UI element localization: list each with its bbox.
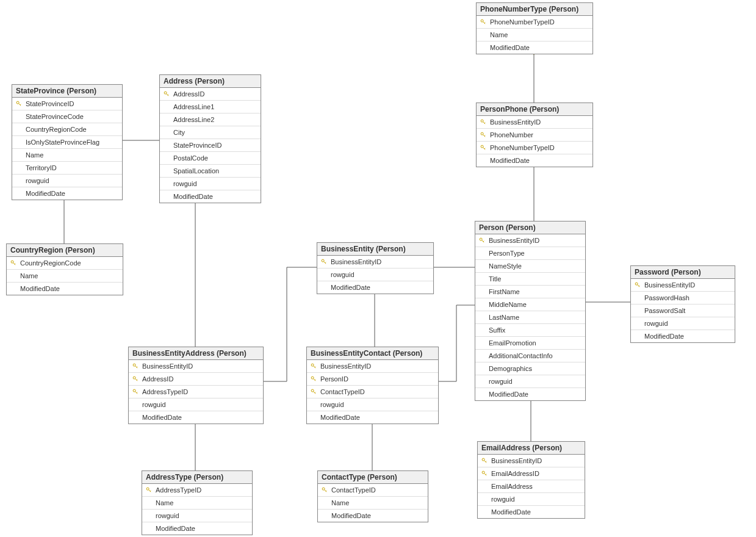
column-row[interactable]: ModifiedDate (317, 281, 433, 294)
column-row[interactable]: ModifiedDate (475, 388, 585, 400)
entity-title: EmailAddress (Person) (478, 442, 585, 455)
svg-line-103 (137, 380, 137, 380)
entity-contacttype[interactable]: ContactType (Person)ContactTypeIDNameMod… (317, 470, 428, 522)
column-row[interactable]: ModifiedDate (160, 190, 261, 203)
column-row[interactable]: BusinessEntityID (475, 234, 585, 247)
entity-countryregion[interactable]: CountryRegion (Person)CountryRegionCodeN… (6, 243, 123, 295)
entity-person[interactable]: Person (Person)BusinessEntityIDPersonTyp… (475, 221, 586, 401)
column-row[interactable]: PersonID (307, 373, 438, 386)
column-row[interactable]: ModifiedDate (12, 187, 122, 200)
entity-emailaddress[interactable]: EmailAddress (Person)BusinessEntityIDEma… (477, 441, 585, 519)
column-row[interactable]: City (160, 126, 261, 139)
column-name: AddressTypeID (153, 486, 201, 494)
column-row[interactable]: IsOnlyStateProvinceFlag (12, 136, 122, 149)
column-row[interactable]: rowguid (478, 493, 585, 506)
entity-stateprovince[interactable]: StateProvince (Person)StateProvinceIDSta… (12, 84, 123, 200)
column-row[interactable]: rowguid (129, 398, 263, 411)
column-name: TerritoryID (23, 164, 57, 171)
relationship-line (437, 305, 475, 381)
column-row[interactable]: Name (142, 497, 252, 510)
column-name: rowguid (171, 180, 197, 187)
column-row[interactable]: ContactTypeID (307, 386, 438, 398)
column-row[interactable]: CountryRegionCode (12, 123, 122, 136)
entity-businessentitycontact[interactable]: BusinessEntityContact (Person)BusinessEn… (306, 347, 439, 424)
column-row[interactable]: ModifiedDate (142, 522, 252, 535)
column-name: NameStyle (486, 262, 522, 270)
primary-key-icon (9, 260, 18, 266)
column-row[interactable]: BusinessEntityID (129, 360, 263, 373)
column-row[interactable]: LastName (475, 311, 585, 324)
column-name: ModifiedDate (23, 190, 65, 197)
column-row[interactable]: EmailAddress (478, 480, 585, 493)
column-name: BusinessEntityID (489, 457, 542, 464)
column-row[interactable]: ModifiedDate (307, 411, 438, 423)
column-row[interactable]: Name (7, 270, 123, 283)
column-row[interactable]: PasswordHash (631, 292, 735, 305)
column-name: AddressLine1 (171, 103, 214, 110)
column-row[interactable]: rowguid (142, 510, 252, 522)
column-row[interactable]: TerritoryID (12, 162, 122, 175)
column-row[interactable]: rowguid (160, 178, 261, 190)
column-row[interactable]: rowguid (475, 375, 585, 388)
column-row[interactable]: NameStyle (475, 260, 585, 273)
column-row[interactable]: PostalCode (160, 152, 261, 165)
column-name: rowguid (153, 512, 179, 519)
column-row[interactable]: rowguid (317, 268, 433, 281)
entity-addresstype[interactable]: AddressType (Person)AddressTypeIDNamerow… (142, 470, 253, 535)
column-row[interactable]: Name (477, 29, 592, 41)
column-row[interactable]: PasswordSalt (631, 305, 735, 317)
entity-businessentity[interactable]: BusinessEntity (Person)BusinessEntityIDr… (317, 242, 434, 294)
column-name: ModifiedDate (328, 284, 370, 291)
column-row[interactable]: rowguid (12, 175, 122, 187)
column-row[interactable]: StateProvinceID (160, 139, 261, 152)
column-row[interactable]: AddressID (160, 88, 261, 101)
column-row[interactable]: PhoneNumberTypeID (477, 16, 592, 29)
column-row[interactable]: ModifiedDate (631, 330, 735, 342)
column-row[interactable]: EmailPromotion (475, 337, 585, 350)
column-row[interactable]: ModifiedDate (7, 283, 123, 295)
entity-address[interactable]: Address (Person)AddressIDAddressLine1Add… (159, 74, 261, 203)
column-name: PersonID (318, 375, 348, 383)
primary-key-icon (479, 119, 488, 125)
column-row[interactable]: AddressTypeID (142, 484, 252, 497)
column-row[interactable]: SpatialLocation (160, 165, 261, 178)
column-row[interactable]: ModifiedDate (478, 506, 585, 518)
column-row[interactable]: BusinessEntityID (631, 279, 735, 292)
column-row[interactable]: BusinessEntityID (477, 116, 592, 129)
entity-businessentityaddress[interactable]: BusinessEntityAddress (Person)BusinessEn… (128, 347, 264, 424)
column-row[interactable]: ModifiedDate (477, 41, 592, 54)
column-row[interactable]: AddressID (129, 373, 263, 386)
column-row[interactable]: BusinessEntityID (478, 455, 585, 467)
primary-key-icon (145, 487, 153, 493)
column-row[interactable]: ModifiedDate (129, 411, 263, 423)
entity-phonenumbertype[interactable]: PhoneNumberType (Person)PhoneNumberTypeI… (476, 2, 593, 54)
column-row[interactable]: StateProvinceID (12, 98, 122, 110)
column-row[interactable]: PhoneNumber (477, 129, 592, 142)
column-row[interactable]: PhoneNumberTypeID (477, 142, 592, 154)
column-row[interactable]: rowguid (307, 398, 438, 411)
column-row[interactable]: StateProvinceCode (12, 110, 122, 123)
column-row[interactable]: ModifiedDate (318, 510, 428, 522)
column-row[interactable]: AddressLine2 (160, 114, 261, 126)
column-row[interactable]: EmailAddressID (478, 467, 585, 480)
column-row[interactable]: FirstName (475, 286, 585, 298)
column-row[interactable]: BusinessEntityID (307, 360, 438, 373)
column-row[interactable]: ContactTypeID (318, 484, 428, 497)
column-name: AddressLine2 (171, 116, 214, 123)
column-row[interactable]: Name (318, 497, 428, 510)
column-row[interactable]: AddressLine1 (160, 101, 261, 114)
column-row[interactable]: AddressTypeID (129, 386, 263, 398)
column-row[interactable]: CountryRegionCode (7, 257, 123, 270)
column-row[interactable]: BusinessEntityID (317, 256, 433, 268)
column-row[interactable]: rowguid (631, 317, 735, 330)
column-row[interactable]: ModifiedDate (477, 154, 592, 167)
column-row[interactable]: Demographics (475, 362, 585, 375)
column-row[interactable]: Suffix (475, 324, 585, 337)
entity-personphone[interactable]: PersonPhone (Person)BusinessEntityIDPhon… (476, 103, 593, 167)
column-row[interactable]: Title (475, 273, 585, 286)
column-row[interactable]: PersonType (475, 247, 585, 260)
column-row[interactable]: AdditionalContactInfo (475, 350, 585, 362)
column-row[interactable]: Name (12, 149, 122, 162)
entity-password[interactable]: Password (Person)BusinessEntityIDPasswor… (630, 265, 735, 343)
column-row[interactable]: MiddleName (475, 298, 585, 311)
